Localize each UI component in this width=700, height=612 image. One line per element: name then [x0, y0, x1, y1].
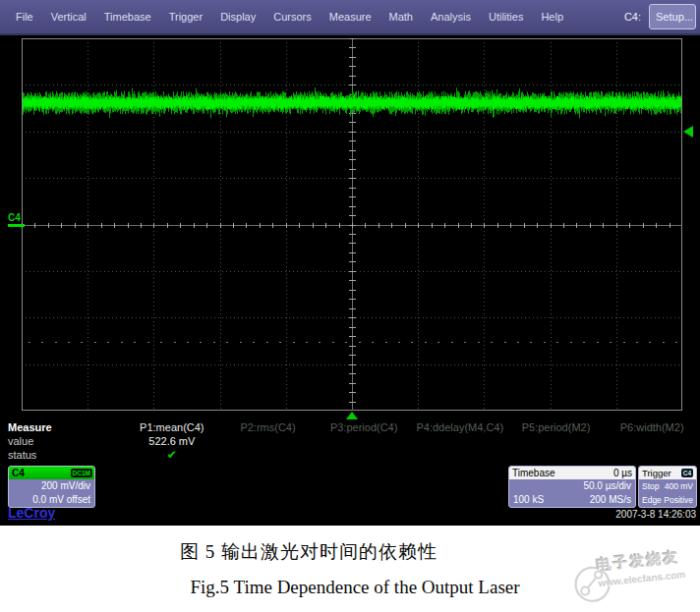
lecroy-logo: LeCroy [8, 505, 55, 521]
channel-zero-marker[interactable]: C4 [8, 212, 25, 227]
menu-item-help[interactable]: Help [541, 11, 563, 23]
timebase-descriptor[interactable]: Timebase 0 µs 50.0 µs/div 100 kS 200 MS/… [508, 466, 636, 508]
timebase-sample-rate: 200 MS/s [590, 493, 631, 507]
timebase-position: 0 µs [613, 467, 632, 479]
channel-scale: 200 mV/div [9, 479, 94, 493]
setup-button[interactable]: Setup... [649, 4, 696, 29]
trigger-position-arrow-icon[interactable] [346, 412, 358, 419]
channel-zero-bar-icon [8, 224, 25, 227]
datetime: 2007-3-8 14:26:03 [615, 509, 696, 520]
coupling-badge: DC1M [71, 469, 92, 477]
timebase-samples: 100 kS [513, 493, 544, 507]
measure-value-p1: 522.6 mV [124, 435, 220, 447]
menu-item-trigger[interactable]: Trigger [169, 11, 203, 23]
measure-status-p1: ✔ [124, 449, 220, 461]
oscilloscope-screen: FileVerticalTimebaseTriggerDisplayCursor… [0, 0, 700, 526]
page: FileVerticalTimebaseTriggerDisplayCursor… [0, 0, 700, 612]
channel-descriptor-c4[interactable]: C4 DC1M 200 mV/div 0.0 mV offset [8, 466, 95, 508]
measure-param-p4[interactable]: P4:ddelay(M4,C4) [412, 421, 508, 433]
trigger-descriptor[interactable]: Trigger C4 Stop 400 mV Edge Positive [638, 466, 697, 508]
trigger-type-row: Edge Positive [639, 493, 696, 507]
measure-param-p5[interactable]: P5:period(M2) [508, 421, 605, 433]
menu-bar-right: C4: Setup... [624, 4, 696, 29]
measure-value-row-label: value [0, 435, 124, 447]
timebase-scale: 50.0 µs/div [509, 479, 635, 493]
timebase-title: Timebase [512, 467, 555, 479]
measure-title: Measure [0, 421, 124, 433]
active-channel-label: C4: [624, 11, 641, 23]
menu-item-vertical[interactable]: Vertical [51, 11, 87, 23]
measure-status-row-label: status [0, 449, 124, 461]
measure-param-p1[interactable]: P1:mean(C4) [124, 421, 220, 433]
menu-item-analysis[interactable]: Analysis [431, 11, 471, 23]
menu-item-math[interactable]: Math [389, 11, 413, 23]
trigger-level: 400 mV [665, 479, 693, 493]
caption-english: Fig.5 Time Dependence of the Output Lase… [5, 577, 700, 598]
trigger-level-arrow-icon[interactable] [683, 126, 693, 138]
caption-chinese: 图 5 输出激光对时间的依赖性 [0, 539, 659, 565]
menu-item-utilities[interactable]: Utilities [489, 11, 523, 23]
menu-item-measure[interactable]: Measure [329, 11, 372, 23]
channel-name: C4 [12, 467, 25, 479]
trigger-mode: Stop [642, 479, 660, 493]
trigger-type: Edge [642, 493, 662, 507]
menu-item-cursors[interactable]: Cursors [273, 11, 312, 23]
channel-descriptor-header: C4 DC1M [9, 467, 94, 479]
waveform-display[interactable] [22, 38, 682, 411]
menu-item-file[interactable]: File [16, 11, 33, 23]
menu-item-timebase[interactable]: Timebase [104, 11, 151, 23]
trigger-mode-row: Stop 400 mV [639, 479, 696, 493]
figure-caption: 图 5 输出激光对时间的依赖性 Fig.5 Time Dependence of… [0, 539, 700, 598]
trigger-title: Trigger [642, 467, 671, 479]
trigger-header: Trigger C4 [639, 467, 696, 479]
timebase-sampling-row: 100 kS 200 MS/s [509, 493, 635, 507]
channel-zero-label: C4 [8, 212, 21, 223]
measure-param-p6[interactable]: P6:width(M2) [604, 421, 700, 433]
menu-item-display[interactable]: Display [220, 11, 256, 23]
timebase-header: Timebase 0 µs [509, 467, 635, 479]
measure-table: MeasureP1:mean(C4)P2:rms(C4)P3:period(C4… [0, 420, 700, 462]
menu-bar: FileVerticalTimebaseTriggerDisplayCursor… [0, 0, 700, 35]
menu-items: FileVerticalTimebaseTriggerDisplayCursor… [16, 11, 563, 23]
trigger-source-badge: C4 [681, 469, 693, 477]
measure-param-p3[interactable]: P3:period(C4) [316, 421, 412, 433]
measure-param-p2[interactable]: P2:rms(C4) [220, 421, 317, 433]
trigger-slope: Positive [664, 493, 693, 507]
